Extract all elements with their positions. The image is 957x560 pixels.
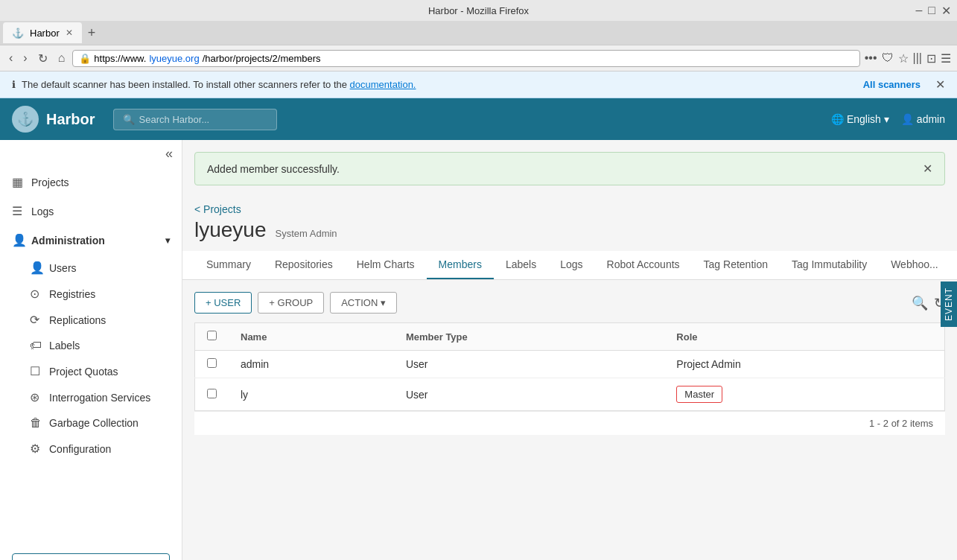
globe-icon: 🌐	[831, 113, 844, 125]
forward-button[interactable]: ›	[20, 50, 30, 66]
top-nav: ⚓ Harbor 🔍 Search Harbor... 🌐 English ▾ …	[0, 98, 957, 140]
table-row: admin User Project Admin	[195, 351, 945, 378]
sidebar-item-project-quotas[interactable]: ☐ Project Quotas	[0, 358, 182, 384]
sidebar-item-labels[interactable]: 🏷 Labels	[0, 333, 182, 358]
breadcrumb-projects-link[interactable]: < Projects	[194, 203, 241, 215]
nav-right: 🌐 English ▾ 👤 admin	[831, 113, 945, 125]
member-role-admin: Project Admin	[664, 351, 944, 378]
reader-mode-icon[interactable]: ⊡	[926, 51, 936, 66]
member-role-ly: Master	[676, 386, 722, 403]
sidebar-label-labels: Labels	[49, 340, 80, 351]
tab-helm-charts[interactable]: Helm Charts	[345, 251, 427, 279]
members-table: Name Member Type Role admin User Project…	[194, 322, 945, 411]
interrogation-icon: ⊛	[30, 390, 43, 404]
search-button[interactable]: 🔍	[912, 295, 928, 311]
app-layout: ⚓ Harbor 🔍 Search Harbor... 🌐 English ▾ …	[0, 98, 957, 560]
collapse-icon[interactable]: «	[165, 146, 173, 161]
search-icon: 🔍	[123, 114, 135, 125]
sidebar-item-configuration[interactable]: ⚙ Configuration	[0, 436, 182, 462]
minimize-button[interactable]: –	[915, 4, 922, 18]
action-chevron-icon: ▾	[381, 297, 386, 308]
sidebar-item-users[interactable]: 👤 Users	[0, 255, 182, 281]
row-checkbox-admin[interactable]	[207, 358, 217, 368]
close-button[interactable]: ✕	[941, 4, 951, 18]
all-scanners-link[interactable]: All scanners	[863, 79, 921, 90]
address-bar: ‹ › ↻ ⌂ 🔒 https://www.lyueyue.org/harbor…	[0, 45, 957, 71]
tab-repositories[interactable]: Repositories	[263, 251, 345, 279]
documentation-link[interactable]: documentation.	[350, 79, 416, 90]
member-name-admin: admin	[229, 351, 394, 378]
tab-logs[interactable]: Logs	[548, 251, 594, 279]
sidebar-label-garbage-collection: Garbage Collection	[49, 417, 139, 429]
sidebar-label-interrogation-services: Interrogation Services	[49, 392, 150, 404]
action-button[interactable]: ACTION ▾	[330, 292, 397, 314]
tab-webhooks[interactable]: Webhoo...	[879, 251, 950, 279]
page-content: Added member successfully. ✕ < Projects …	[182, 140, 957, 560]
url-path: /harbor/projects/2/members	[203, 53, 321, 64]
replications-icon: ⟳	[30, 313, 43, 327]
table-area: + USER + GROUP ACTION ▾ 🔍 ↻	[182, 280, 957, 447]
table-toolbar: + USER + GROUP ACTION ▾ 🔍 ↻	[194, 292, 945, 314]
tab-tag-retention[interactable]: Tag Retention	[692, 251, 780, 279]
tab-labels[interactable]: Labels	[494, 251, 548, 279]
event-tab[interactable]: EVENT	[941, 281, 957, 327]
info-banner-text: The default scanner has been installed. …	[22, 79, 857, 90]
row-checkbox-ly[interactable]	[207, 389, 217, 398]
sidebar-label-project-quotas: Project Quotas	[49, 366, 118, 378]
back-button[interactable]: ‹	[6, 50, 16, 66]
pocket-icon[interactable]: 🛡	[882, 51, 894, 65]
search-bar[interactable]: 🔍 Search Harbor...	[113, 109, 277, 130]
member-type-admin: User	[394, 351, 664, 378]
sidebar-item-administration[interactable]: 👤 Administration ▾	[0, 226, 182, 255]
url-bar[interactable]: 🔒 https://www.lyueyue.org/harbor/project…	[72, 50, 859, 67]
reload-button[interactable]: ↻	[35, 50, 51, 67]
user-menu[interactable]: 👤 admin	[901, 113, 945, 125]
banner-close-button[interactable]: ✕	[935, 77, 945, 92]
quotas-icon: ☐	[30, 364, 43, 378]
sidebar-item-interrogation-services[interactable]: ⊛ Interrogation Services	[0, 384, 182, 410]
add-group-button[interactable]: + GROUP	[258, 292, 324, 314]
tab-members[interactable]: Members	[427, 251, 494, 279]
sidebar-toggle[interactable]: «	[0, 140, 182, 168]
sidebar-item-projects[interactable]: ▦ Projects	[0, 168, 182, 197]
language-selector[interactable]: 🌐 English ▾	[831, 113, 889, 125]
home-button[interactable]: ⌂	[55, 50, 69, 66]
alert-close-button[interactable]: ✕	[923, 162, 932, 176]
browser-tab[interactable]: ⚓ Harbor ✕	[3, 22, 82, 43]
sidebar-item-replications[interactable]: ⟳ Replications	[0, 307, 182, 333]
tab-summary[interactable]: Summary	[194, 251, 263, 279]
more-options-icon[interactable]: •••	[865, 51, 877, 65]
tab-title: Harbor	[30, 28, 60, 39]
chevron-down-icon: ▾	[884, 113, 889, 125]
sidebar-label-configuration: Configuration	[49, 443, 111, 455]
sidebar-item-registries[interactable]: ⊙ Registries	[0, 281, 182, 307]
select-all-checkbox[interactable]	[207, 331, 217, 340]
col-member-type: Member Type	[394, 323, 664, 351]
tab-close-button[interactable]: ✕	[66, 28, 73, 38]
sidebar-item-garbage-collection[interactable]: 🗑 Garbage Collection	[0, 410, 182, 436]
garbage-icon: 🗑	[30, 416, 43, 430]
sidebar-label-administration: Administration	[31, 235, 105, 246]
bookmark-icon[interactable]: ☆	[898, 51, 909, 66]
info-banner: ℹ The default scanner has been installed…	[0, 71, 957, 98]
labels-icon: 🏷	[30, 339, 43, 352]
logo[interactable]: ⚓ Harbor	[12, 106, 95, 133]
projects-icon: ▦	[12, 175, 25, 189]
action-label: ACTION	[341, 297, 378, 308]
bookmarks-icon[interactable]: |||	[913, 51, 922, 65]
tab-bar: ⚓ Harbor ✕ +	[0, 21, 957, 45]
tab-robot-accounts[interactable]: Robot Accounts	[595, 251, 692, 279]
maximize-button[interactable]: □	[928, 4, 935, 18]
new-tab-button[interactable]: +	[82, 25, 102, 41]
title-bar: Harbor - Mozilla Firefox – □ ✕	[0, 0, 957, 21]
table-row: ly User Master	[195, 378, 945, 411]
sidebar-label-replications: Replications	[49, 314, 106, 326]
sidebar-item-logs[interactable]: ☰ Logs	[0, 197, 182, 226]
user-label: admin	[917, 113, 945, 125]
users-icon: 👤	[30, 261, 43, 275]
add-user-button[interactable]: + USER	[194, 292, 252, 314]
tab-tag-immutability[interactable]: Tag Immutability	[780, 251, 879, 279]
menu-icon[interactable]: ☰	[941, 51, 951, 66]
url-domain: lyueyue.org	[149, 53, 199, 64]
api-explorer-button[interactable]: API EXPLORER	[12, 553, 170, 560]
